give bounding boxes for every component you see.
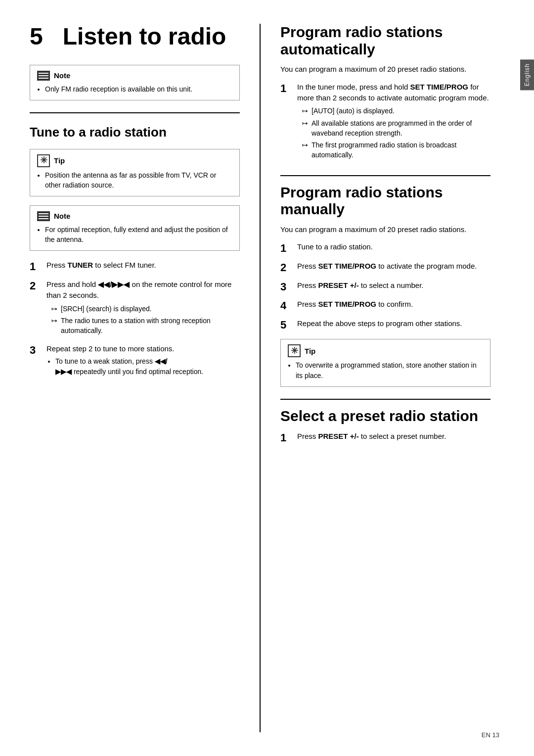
manual-step-content-3: Press PRESET +/- to select a number.	[297, 280, 490, 291]
manual-step-2: 2 Press SET TIME/PROG to activate the pr…	[280, 261, 490, 275]
auto-step-content-1: In the tuner mode, press and hold SET TI…	[297, 82, 490, 163]
auto-step-1: 1 In the tuner mode, press and hold SET …	[280, 82, 490, 163]
section-manual-heading-line2: manually	[280, 201, 345, 217]
tip-label-2: Tip	[305, 346, 315, 357]
tune-step-2: 2 Press and hold ◀◀/▶▶◀ on the remote co…	[30, 279, 240, 338]
preset-steps: 1 Press PRESET +/- to select a preset nu…	[280, 431, 490, 445]
step-content-3: Repeat step 2 to tune to more stations. …	[46, 343, 240, 377]
tip-content-1: Position the antenna as far as possible …	[37, 170, 232, 190]
step-2-bold: ◀◀/▶▶◀	[98, 280, 130, 288]
note-content-2: For optimal reception, fully extend and …	[37, 225, 232, 245]
auto-arrow-1: [AUTO] (auto) is displayed.	[302, 106, 490, 116]
manual-step-3: 3 Press PRESET +/- to select a number.	[280, 280, 490, 294]
step-num-2: 2	[30, 279, 44, 293]
section-auto-intro: You can program a maximum of 20 preset r…	[280, 64, 490, 75]
note-box-2: Note For optimal reception, fully extend…	[30, 205, 240, 251]
section-manual-heading: Program radio stations manually	[280, 184, 490, 218]
step-content-1: Press TUNER to select FM tuner.	[46, 260, 240, 271]
manual-step-5: 5 Repeat the above steps to program othe…	[280, 318, 490, 332]
tip-icon-2: ✳	[288, 344, 301, 357]
manual-step-3-bold: PRESET +/-	[318, 281, 359, 289]
auto-step-1-bold: SET TIME/PROG	[410, 83, 468, 91]
step-1-bold: TUNER	[68, 261, 93, 269]
step-2-arrow-2: The radio tunes to a station with strong…	[51, 316, 240, 336]
step-2-arrow-1: [SRCH] (search) is displayed.	[51, 304, 240, 314]
manual-step-num-2: 2	[280, 261, 294, 275]
page-title: 5 Listen to radio	[30, 24, 240, 50]
auto-steps: 1 In the tuner mode, press and hold SET …	[280, 82, 490, 163]
tip-box-2: ✳ Tip To overwrite a programmed station,…	[280, 339, 490, 387]
auto-step-num-1: 1	[280, 82, 294, 96]
note-icon-1	[37, 71, 50, 81]
left-column: 5 Listen to radio Note Only FM radio rec…	[30, 24, 261, 732]
manual-step-4-bold: SET TIME/PROG	[318, 300, 377, 308]
preset-step-1-bold: PRESET +/-	[318, 432, 359, 440]
section-auto-heading-line1: Program radio stations	[280, 24, 443, 40]
tune-steps: 1 Press TUNER to select FM tuner. 2 Pres…	[30, 260, 240, 377]
auto-arrow-2: All available stations are programmed in…	[302, 118, 490, 139]
right-column: Program radio stations automatically You…	[261, 24, 490, 732]
tip-icon-1: ✳	[37, 154, 50, 167]
manual-step-num-5: 5	[280, 318, 294, 332]
note-label-2: Note	[54, 211, 70, 222]
section-manual-intro: You can program a maximum of 20 preset r…	[280, 224, 490, 235]
manual-step-num-1: 1	[280, 241, 294, 256]
step-2-arrows: [SRCH] (search) is displayed. The radio …	[51, 304, 240, 336]
section-manual-heading-line1: Program radio stations	[280, 184, 443, 200]
divider-right-2	[280, 399, 490, 400]
side-tab: English	[520, 59, 534, 90]
step-3-sub: To tune to a weak station, press ◀◀/▶▶◀ …	[46, 356, 240, 377]
tip-header-1: ✳ Tip	[37, 154, 232, 167]
preset-step-content-1: Press PRESET +/- to select a preset numb…	[297, 431, 490, 442]
step-3-sub-1: To tune to a weak station, press ◀◀/▶▶◀ …	[55, 356, 240, 377]
step-num-1: 1	[30, 260, 44, 274]
step-content-2: Press and hold ◀◀/▶▶◀ on the remote cont…	[46, 279, 240, 338]
tip-item-2-1: To overwrite a programmed station, store…	[296, 360, 483, 380]
note-content-1: Only FM radio reception is available on …	[37, 84, 232, 94]
tune-step-3: 3 Repeat step 2 to tune to more stations…	[30, 343, 240, 377]
page: English 5 Listen to radio Note Only FM r…	[0, 0, 534, 756]
note-box-1: Note Only FM radio reception is availabl…	[30, 65, 240, 100]
tip-content-2: To overwrite a programmed station, store…	[288, 360, 483, 380]
footer: EN 13	[482, 731, 499, 740]
manual-steps: 1 Tune to a radio station. 2 Press SET T…	[280, 241, 490, 332]
note-item-2-1: For optimal reception, fully extend and …	[45, 225, 232, 245]
preset-step-1: 1 Press PRESET +/- to select a preset nu…	[280, 431, 490, 445]
note-icon-2	[37, 211, 50, 221]
tip-box-1: ✳ Tip Position the antenna as far as pos…	[30, 149, 240, 197]
manual-step-num-3: 3	[280, 280, 294, 294]
manual-step-1: 1 Tune to a radio station.	[280, 241, 490, 256]
section-preset-heading: Select a preset radio station	[280, 408, 490, 425]
auto-step-1-arrows: [AUTO] (auto) is displayed. All availabl…	[302, 106, 490, 160]
tune-step-1: 1 Press TUNER to select FM tuner.	[30, 260, 240, 274]
manual-step-content-5: Repeat the above steps to program other …	[297, 318, 490, 329]
tip-item-1-1: Position the antenna as far as possible …	[45, 170, 232, 190]
section-tune-heading: Tune to a radio station	[30, 123, 240, 142]
manual-step-num-4: 4	[280, 299, 294, 313]
tip-header-2: ✳ Tip	[288, 344, 483, 357]
manual-step-2-bold: SET TIME/PROG	[318, 262, 377, 270]
manual-step-4: 4 Press SET TIME/PROG to confirm.	[280, 299, 490, 313]
page-title-text: Listen to radio	[63, 23, 226, 49]
content: 5 Listen to radio Note Only FM radio rec…	[0, 0, 534, 756]
manual-step-content-4: Press SET TIME/PROG to confirm.	[297, 299, 490, 310]
divider-right-1	[280, 175, 490, 176]
note-header-1: Note	[37, 70, 232, 81]
auto-arrow-3: The first programmed radio station is br…	[302, 140, 490, 160]
tip-label-1: Tip	[54, 155, 65, 166]
step-num-3: 3	[30, 343, 44, 358]
note-label-1: Note	[54, 70, 70, 81]
section-auto-heading: Program radio stations automatically	[280, 24, 490, 58]
note-header-2: Note	[37, 211, 232, 222]
manual-step-content-2: Press SET TIME/PROG to activate the prog…	[297, 261, 490, 272]
manual-step-content-1: Tune to a radio station.	[297, 241, 490, 252]
preset-step-num-1: 1	[280, 431, 294, 445]
chapter-number: 5	[30, 23, 43, 49]
note-item-1-1: Only FM radio reception is available on …	[45, 84, 232, 94]
divider-1	[30, 112, 240, 113]
section-auto-heading-line2: automatically	[280, 41, 375, 57]
